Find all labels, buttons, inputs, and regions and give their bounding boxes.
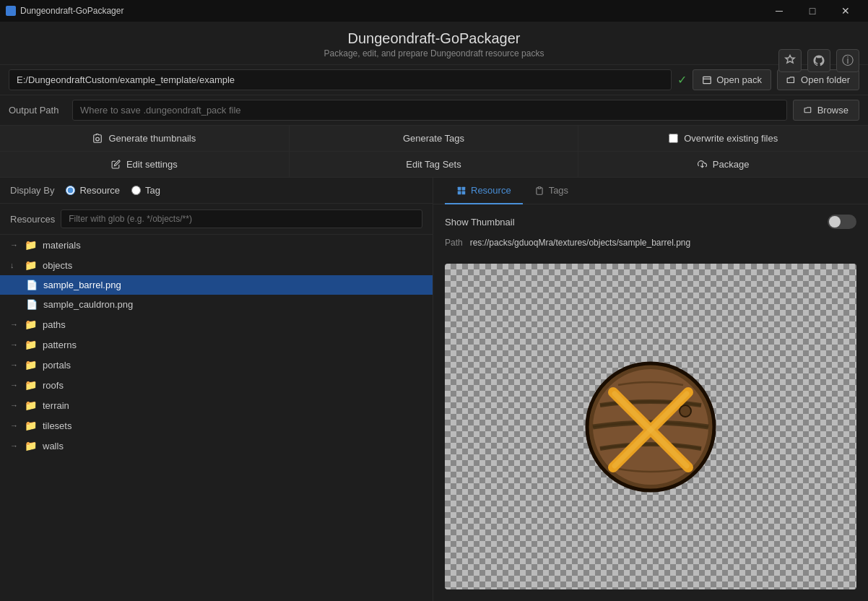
tilesets-arrow: → xyxy=(10,421,19,430)
sample-cauldron-label: sample_cauldron.png xyxy=(43,299,133,310)
generate-tags-button[interactable]: Generate Tags xyxy=(290,126,579,151)
maximize-button[interactable]: □ xyxy=(796,0,829,22)
check-icon: ✓ xyxy=(677,73,687,87)
resource-radio-label: Resource xyxy=(79,185,120,196)
portals-label: portals xyxy=(43,360,71,371)
tab-bar: Resource Tags xyxy=(433,178,868,204)
browse-icon xyxy=(804,105,813,115)
info-icon: ⓘ xyxy=(842,53,854,69)
generate-thumbnails-button[interactable]: Generate thumbnails xyxy=(0,126,290,151)
resource-tab-icon xyxy=(456,186,466,196)
svg-rect-5 xyxy=(458,191,461,194)
patterns-folder-icon: 📁 xyxy=(25,339,37,350)
action-row-2: Edit settings Edit Tag Sets Package xyxy=(0,151,868,177)
tree-item-terrain[interactable]: → 📁 terrain xyxy=(0,395,433,415)
walls-arrow: → xyxy=(10,441,19,450)
action-row-1: Generate thumbnails Generate Tags Overwr… xyxy=(0,125,868,151)
github-icon-btn[interactable] xyxy=(807,49,830,72)
tab-tags[interactable]: Tags xyxy=(523,178,580,204)
output-path-row: Output Path Browse xyxy=(0,95,868,125)
show-thumbnail-toggle[interactable] xyxy=(828,215,856,229)
roofs-arrow: → xyxy=(10,381,19,389)
display-by-radio-group: Resource Tag xyxy=(66,185,160,196)
walls-label: walls xyxy=(43,441,64,451)
app-header: Dungeondraft-GoPackager Package, edit, a… xyxy=(0,22,868,64)
edit-settings-button[interactable]: Edit settings xyxy=(0,152,290,177)
main-content: Display By Resource Tag Resources xyxy=(0,177,868,601)
open-folder-button[interactable]: Open folder xyxy=(777,69,859,90)
tree-item-objects[interactable]: ↓ 📁 objects xyxy=(0,255,433,275)
patterns-label: patterns xyxy=(43,340,77,350)
title-bar: Dungeondraft-GoPackager ─ □ ✕ xyxy=(0,0,868,22)
right-panel: Resource Tags Show Thumbnail Path res://… xyxy=(433,178,868,601)
title-bar-controls: ─ □ ✕ xyxy=(763,0,862,22)
filter-input[interactable] xyxy=(61,209,422,228)
display-by-label: Display By xyxy=(10,185,54,196)
objects-label: objects xyxy=(43,260,72,271)
tree-item-sample-cauldron[interactable]: 📄 sample_cauldron.png xyxy=(0,295,433,314)
tree-item-roofs[interactable]: → 📁 roofs xyxy=(0,375,433,395)
terrain-folder-icon: 📁 xyxy=(25,399,37,411)
package-icon xyxy=(698,160,707,169)
roofs-folder-icon: 📁 xyxy=(25,379,37,391)
open-pack-button[interactable]: Open pack xyxy=(693,69,771,90)
resource-panel-content: Show Thumbnail Path res://packs/gduoqMra… xyxy=(433,204,868,258)
svg-rect-4 xyxy=(462,186,466,190)
tilesets-folder-icon: 📁 xyxy=(25,420,37,431)
resource-tab-label: Resource xyxy=(471,185,511,196)
file-tree: → 📁 materials ↓ 📁 objects 📄 sample_barre… xyxy=(0,235,433,456)
tree-item-materials[interactable]: → 📁 materials xyxy=(0,235,433,255)
resource-radio[interactable] xyxy=(66,186,75,195)
display-by-row: Display By Resource Tag xyxy=(0,178,433,204)
tree-item-sample-barrel[interactable]: 📄 sample_barrel.png xyxy=(0,275,433,295)
tags-tab-label: Tags xyxy=(549,185,568,196)
filter-row: Resources xyxy=(0,204,433,235)
left-panel-inner: → 📁 materials ↓ 📁 objects 📄 sample_barre… xyxy=(0,235,433,601)
paths-arrow: → xyxy=(10,320,19,329)
image-preview xyxy=(445,264,856,589)
patterns-arrow: → xyxy=(10,340,19,349)
show-thumbnail-label: Show Thumbnail xyxy=(445,217,515,228)
output-path-input[interactable] xyxy=(72,100,787,121)
edit-tag-sets-button[interactable]: Edit Tag Sets xyxy=(290,152,579,177)
resources-label: Resources xyxy=(10,214,55,225)
svg-rect-6 xyxy=(462,191,466,194)
path-label: Path xyxy=(445,238,463,248)
svg-rect-7 xyxy=(538,186,541,188)
paths-label: paths xyxy=(43,319,66,330)
objects-arrow: ↓ xyxy=(10,261,19,269)
tree-item-portals[interactable]: → 📁 portals xyxy=(0,355,433,375)
svg-rect-3 xyxy=(458,186,461,190)
tree-item-patterns[interactable]: → 📁 patterns xyxy=(0,334,433,355)
path-value: res://packs/gduoqMra/textures/objects/sa… xyxy=(470,238,691,248)
pack-path-input[interactable] xyxy=(9,69,672,90)
svg-point-1 xyxy=(96,137,100,141)
tree-item-tilesets[interactable]: → 📁 tilesets xyxy=(0,415,433,436)
tree-item-paths[interactable]: → 📁 paths xyxy=(0,314,433,334)
package-button[interactable]: Package xyxy=(578,152,868,177)
overwrite-label[interactable]: Overwrite existing files xyxy=(684,133,778,144)
camera-icon xyxy=(92,134,103,144)
overwrite-checkbox-area: Overwrite existing files xyxy=(578,126,868,151)
title-bar-left: Dungeondraft-GoPackager xyxy=(6,6,123,16)
tilesets-label: tilesets xyxy=(43,420,71,431)
tab-resource[interactable]: Resource xyxy=(445,178,523,204)
walls-folder-icon: 📁 xyxy=(25,440,37,451)
tag-radio[interactable] xyxy=(131,186,141,195)
edit-settings-icon xyxy=(111,160,121,169)
tag-radio-option[interactable]: Tag xyxy=(131,185,160,196)
header-icons: ⓘ xyxy=(778,49,859,72)
output-path-label: Output Path xyxy=(9,105,66,116)
svg-point-15 xyxy=(680,405,691,417)
overwrite-checkbox[interactable] xyxy=(669,134,678,143)
minimize-button[interactable]: ─ xyxy=(763,0,796,22)
browse-button[interactable]: Browse xyxy=(793,100,859,121)
terrain-arrow: → xyxy=(10,401,19,410)
info-icon-btn[interactable]: ⓘ xyxy=(836,49,859,72)
app-subtitle: Package, edit, and prepare Dungeondraft … xyxy=(0,48,868,59)
settings-icon-btn[interactable] xyxy=(778,49,802,72)
tree-item-walls[interactable]: → 📁 walls xyxy=(0,436,433,456)
close-button[interactable]: ✕ xyxy=(829,0,862,22)
materials-arrow: → xyxy=(10,241,19,249)
resource-radio-option[interactable]: Resource xyxy=(66,185,120,196)
